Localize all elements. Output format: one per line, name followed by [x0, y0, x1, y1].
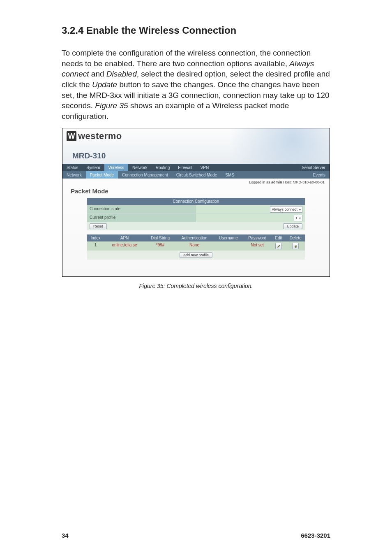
reset-button[interactable]: Reset [90, 223, 107, 229]
figure-ref: Figure 35 [95, 101, 128, 110]
dropdown-value: Always connect [272, 207, 297, 211]
update-button[interactable]: Update [283, 223, 302, 229]
config-title: Connection Configuration [87, 198, 305, 205]
nav-tab-system[interactable]: System [82, 164, 104, 171]
body-paragraph: To complete the configuration of the wir… [62, 48, 330, 121]
nav-tab-network[interactable]: Network [128, 164, 152, 171]
config-row-connection-state: Connection state Always connect ▾ [87, 205, 305, 214]
col-pass: Password [244, 234, 271, 241]
nav-tab-serial-server[interactable]: Serial Server [297, 164, 330, 171]
login-user: admin [271, 180, 282, 184]
page-footer: 34 6623-3201 [62, 532, 330, 539]
dropdown-value: 1 [295, 216, 297, 220]
screenshot-figure: W westermo MRD-310 Status System Wireles… [62, 128, 330, 277]
profiles-table-header: Index APN Dial String Authentication Use… [87, 234, 305, 241]
trash-icon [294, 244, 297, 248]
chevron-down-icon: ▾ [299, 208, 301, 211]
dropdown-connection-state[interactable]: Always connect ▾ [270, 206, 302, 213]
cell-index: 1 [87, 241, 104, 251]
col-delete: Delete [286, 234, 305, 241]
app-banner: W westermo MRD-310 [62, 128, 330, 164]
config-row-current-profile: Current profile 1 ▾ [87, 214, 305, 222]
label-connection-state: Connection state [87, 205, 196, 214]
subnav-events[interactable]: Events [309, 171, 330, 179]
section-title: 3.2.4 Enable the Wireless Connection [62, 25, 330, 36]
delete-button[interactable] [292, 243, 299, 249]
add-profile-row: Add new profile [87, 251, 305, 260]
update-word: Update [92, 80, 117, 89]
col-edit: Edit [271, 234, 286, 241]
cell-username [213, 241, 244, 251]
nav-tab-routing[interactable]: Routing [152, 164, 174, 171]
section-heading-text: Enable the Wireless Connection [86, 25, 236, 36]
brand-mark-icon: W [67, 131, 76, 141]
cell-password: Not set [244, 241, 271, 251]
col-index: Index [87, 234, 104, 241]
page-number: 34 [62, 532, 69, 539]
dropdown-current-profile[interactable]: 1 ▾ [294, 215, 302, 221]
login-pre: Logged in as [249, 180, 271, 184]
brand-logo: W westermo [67, 131, 122, 142]
brand-wordmark: westermo [78, 131, 122, 142]
login-status: Logged in as admin Host: MRD-310-e0-00-0… [62, 179, 330, 184]
edit-button[interactable] [275, 243, 282, 249]
col-apn: APN [104, 234, 145, 241]
pencil-icon [277, 244, 281, 248]
nav-tab-vpn[interactable]: VPN [196, 164, 213, 171]
option-disabled: Disabled [106, 70, 137, 78]
figure-caption: Figure 35: Completed wireless configurat… [62, 283, 330, 289]
primary-nav: Status System Wireless Network Routing F… [62, 164, 330, 171]
subnav-sms[interactable]: SMS [221, 171, 238, 179]
subnav-packet-mode[interactable]: Packet Mode [86, 171, 118, 179]
col-dial: Dial String [145, 234, 176, 241]
login-host: Host: MRD-310-e0-00-01 [282, 180, 325, 184]
section-number: 3.2.4 [62, 25, 83, 36]
nav-tab-status[interactable]: Status [62, 164, 82, 171]
subnav-circuit-switched[interactable]: Circuit Switched Mode [172, 171, 221, 179]
label-current-profile: Current profile [87, 214, 196, 222]
secondary-nav: Network Packet Mode Connection Managemen… [62, 171, 330, 179]
add-new-profile-button[interactable]: Add new profile [180, 252, 212, 258]
col-auth: Authentication [175, 234, 213, 241]
body-text: To complete the configuration of the wir… [62, 49, 311, 68]
chevron-down-icon: ▾ [299, 216, 301, 220]
action-row: Reset Update [87, 222, 305, 230]
nav-tab-wireless[interactable]: Wireless [104, 164, 128, 171]
subnav-network[interactable]: Network [62, 171, 86, 179]
cell-auth: None [175, 241, 213, 251]
profile-row: 1 online.telia.se *99# None Not set [87, 241, 305, 251]
panel-heading: Packet Mode [71, 188, 330, 195]
nav-tab-firewall[interactable]: Firewall [174, 164, 196, 171]
cell-apn: online.telia.se [104, 241, 145, 251]
subnav-connection-management[interactable]: Connection Management [118, 171, 172, 179]
body-text: and [89, 70, 106, 78]
document-id: 6623-3201 [301, 532, 330, 539]
model-label: MRD-310 [72, 151, 106, 160]
col-user: Username [213, 234, 244, 241]
cell-dial-string: *99# [145, 241, 176, 251]
connection-config-panel: Connection Configuration Connection stat… [87, 198, 305, 260]
